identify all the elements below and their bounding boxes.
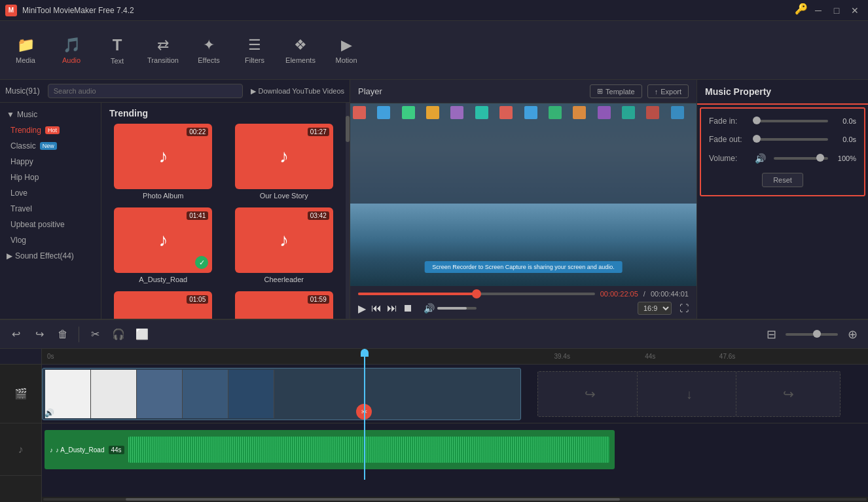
detach-audio-button[interactable]: 🎧 bbox=[108, 324, 129, 345]
reset-button[interactable]: Reset bbox=[762, 173, 803, 187]
toolbar-item-text[interactable]: T Text bbox=[94, 24, 140, 77]
aspect-ratio-select[interactable]: 16:9 4:3 1:1 bbox=[638, 302, 672, 315]
player-progress-bar[interactable] bbox=[358, 293, 595, 295]
music-card-4[interactable]: ♪ 03:42 Cheerleader bbox=[228, 207, 341, 283]
music-thumb-1: ♪ 00:22 bbox=[114, 124, 212, 189]
video-track: 🔊 ✂ ↪ ↓ ↪ bbox=[42, 365, 868, 423]
video-clip-main[interactable] bbox=[42, 368, 521, 420]
download-label: Download YouTube Videos bbox=[259, 87, 345, 95]
left-panel-header: Music(91) ▶ Download YouTube Videos bbox=[0, 80, 350, 103]
category-item-vlog[interactable]: Vlog bbox=[0, 232, 101, 248]
stop-button[interactable]: ⏹ bbox=[403, 302, 413, 314]
player-controls: 00:00:22:05 / 00:00:44:01 ▶ ⏮ ⏭ ⏹ 🔊 16:9… bbox=[350, 286, 696, 319]
playhead[interactable] bbox=[364, 349, 365, 480]
ruler-mark-3: 47.6s bbox=[719, 353, 735, 360]
music-card-6[interactable]: ♪ 01:59 Track 6 bbox=[228, 291, 341, 319]
fade-out-slider[interactable] bbox=[755, 138, 828, 141]
next-button[interactable]: ⏭ bbox=[387, 302, 397, 314]
music-note-icon-1: ♪ bbox=[158, 146, 168, 167]
music-thumb-5: ♪ 01:05 bbox=[114, 291, 212, 319]
fade-in-label: Fade in: bbox=[709, 117, 755, 126]
zoom-out-button[interactable]: ⊕ bbox=[842, 324, 863, 345]
music-group-header[interactable]: ▼ Music bbox=[0, 107, 101, 122]
minimize-button[interactable]: ─ bbox=[810, 3, 826, 18]
category-item-travel[interactable]: Travel bbox=[0, 201, 101, 217]
timeline-scrollbar[interactable] bbox=[42, 497, 868, 502]
tl-separator bbox=[79, 327, 79, 342]
video-vol-icon: 🔊 bbox=[45, 408, 54, 418]
toolbar-item-motion[interactable]: ▶ Motion bbox=[323, 24, 369, 77]
toolbar-item-transition[interactable]: ⇄ Transition bbox=[140, 24, 186, 77]
volume-wrap: 🔊 bbox=[424, 303, 477, 314]
music-thumb-2: ♪ 01:27 bbox=[235, 124, 333, 189]
music-title-1: Photo Album bbox=[143, 192, 183, 200]
delete-button[interactable]: 🗑 bbox=[52, 324, 73, 345]
toolbar-media-label: Media bbox=[16, 56, 35, 64]
section-title: Trending bbox=[107, 108, 340, 118]
toolbar-item-elements[interactable]: ❖ Elements bbox=[278, 24, 323, 77]
category-item-happy[interactable]: Happy bbox=[0, 154, 101, 170]
volume-slider[interactable] bbox=[437, 307, 477, 310]
category-hiphop-label: Hip Hop bbox=[10, 173, 39, 182]
check-icon-3: ✓ bbox=[195, 256, 208, 269]
player-screen: Screen Recorder to Screen Capture is sha… bbox=[350, 103, 696, 286]
category-item-upbeat[interactable]: Upbeat positive bbox=[0, 217, 101, 232]
template-button[interactable]: ⊞ Template bbox=[590, 84, 642, 98]
fullscreen-button[interactable]: ⛶ bbox=[679, 303, 689, 314]
prev-button[interactable]: ⏮ bbox=[371, 302, 382, 314]
key-icon[interactable]: 🔑 bbox=[795, 3, 808, 18]
maximize-button[interactable]: □ bbox=[829, 3, 844, 18]
toolbar-item-audio[interactable]: 🎵 Audio bbox=[48, 24, 94, 77]
control-buttons: ▶ ⏮ ⏭ ⏹ 🔊 16:9 4:3 1:1 ⛶ bbox=[358, 302, 689, 315]
duration-3: 01:41 bbox=[187, 211, 208, 220]
placeholder-icon-1: ↪ bbox=[585, 386, 596, 402]
sound-effect-group-header[interactable]: ▶ Sound Effect(44) bbox=[0, 248, 101, 264]
category-item-trending[interactable]: Trending Hot bbox=[0, 122, 101, 138]
current-time: 00:00:22:05 bbox=[600, 290, 638, 298]
volume-prop-value: 100% bbox=[833, 154, 856, 162]
toolbar-item-media[interactable]: 📁 Media bbox=[3, 24, 48, 77]
music-note-icon-4: ♪ bbox=[280, 230, 289, 251]
total-time: 00:00:44:01 bbox=[651, 290, 689, 298]
export-button[interactable]: ↑ Export bbox=[647, 84, 689, 98]
music-scrollbar[interactable] bbox=[346, 103, 350, 319]
video-track-label: 🎬 bbox=[0, 365, 41, 423]
fade-out-thumb[interactable] bbox=[753, 135, 761, 143]
timeline: ↩ ↪ 🗑 ✂ 🎧 ⬜ ⊟ ⊕ 🎬 ♪ bbox=[0, 319, 868, 502]
cut-button[interactable]: ✂ bbox=[84, 324, 105, 345]
music-card-2[interactable]: ♪ 01:27 Our Love Story bbox=[228, 124, 341, 200]
progress-thumb[interactable] bbox=[472, 289, 481, 298]
category-item-classic[interactable]: Classic New bbox=[0, 138, 101, 154]
play-button[interactable]: ▶ bbox=[358, 302, 366, 315]
close-button[interactable]: ✕ bbox=[847, 3, 863, 18]
clip-frame-5 bbox=[228, 370, 274, 418]
audio-clip-main[interactable]: ♪ ♪ A_Dusty_Road 44s bbox=[45, 430, 615, 469]
zoom-in-button[interactable]: ⊟ bbox=[761, 324, 782, 345]
music-card-5[interactable]: ♪ 01:05 Track 5 bbox=[107, 291, 220, 319]
zoom-thumb[interactable] bbox=[813, 330, 821, 338]
zoom-slider[interactable] bbox=[786, 333, 838, 336]
category-item-hiphop[interactable]: Hip Hop bbox=[0, 170, 101, 185]
volume-button[interactable]: 🔊 bbox=[424, 303, 435, 314]
volume-prop-thumb[interactable] bbox=[816, 154, 824, 162]
redo-button[interactable]: ↪ bbox=[29, 324, 50, 345]
undo-button[interactable]: ↩ bbox=[5, 324, 26, 345]
volume-prop-slider-wrap: 🔊 100% bbox=[755, 153, 856, 164]
desktop-icon bbox=[671, 106, 684, 119]
music-thumb-6: ♪ 01:59 bbox=[235, 291, 333, 319]
main-area: Music(91) ▶ Download YouTube Videos ▼ Mu… bbox=[0, 80, 868, 319]
volume-prop-slider[interactable] bbox=[774, 157, 828, 160]
search-input[interactable] bbox=[48, 84, 243, 98]
toolbar-item-filters[interactable]: ☰ Filters bbox=[232, 24, 278, 77]
fade-in-slider[interactable] bbox=[755, 120, 828, 122]
tracks-content[interactable]: 0s 39.4s 44s 47.6s 🔊 bbox=[42, 349, 868, 502]
toolbar-item-effects[interactable]: ✦ Effects bbox=[186, 24, 232, 77]
music-card-1[interactable]: ♪ 00:22 Photo Album bbox=[107, 124, 220, 200]
category-item-love[interactable]: Love bbox=[0, 185, 101, 201]
crop-button[interactable]: ⬜ bbox=[132, 324, 153, 345]
scrollbar-thumb bbox=[346, 116, 350, 142]
fade-in-thumb[interactable] bbox=[753, 117, 761, 124]
download-youtube-button[interactable]: ▶ Download YouTube Videos bbox=[251, 87, 345, 96]
effects-icon: ✦ bbox=[203, 37, 215, 54]
music-card-3[interactable]: ♪ 01:41 ✓ A_Dusty_Road bbox=[107, 207, 220, 283]
